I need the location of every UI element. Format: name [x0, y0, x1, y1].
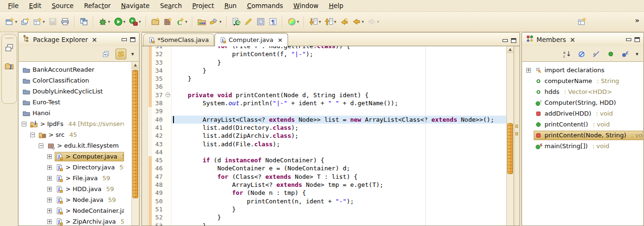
overview-ruler[interactable]: [514, 46, 519, 226]
code-text[interactable]: }: [172, 59, 506, 67]
code-line-34[interactable]: 34 }: [149, 67, 506, 75]
java-perspective-button[interactable]: J: [5, 61, 14, 72]
color-palette-dropdown-icon[interactable]: ▾: [297, 19, 299, 24]
new-view-wizard-button[interactable]: ▾: [32, 16, 47, 27]
debug-dropdown-icon[interactable]: ▾: [108, 19, 110, 24]
code-text[interactable]: }: [172, 222, 506, 226]
fold-collapse-icon[interactable]: −: [165, 92, 170, 97]
editor-tab-computerjava[interactable]: JComputer.java×: [215, 33, 288, 46]
last-edit-location-button[interactable]: [339, 16, 350, 27]
tree-item-body[interactable]: J> Node.java59: [55, 195, 124, 205]
code-line-35[interactable]: 35 }: [149, 75, 506, 83]
run-dropdown-icon[interactable]: ▾: [124, 19, 126, 24]
code-line-31[interactable]: 31 for (File f : hdd.get(File.class)) {: [149, 46, 506, 50]
member-item-body[interactable]: cComputer(String, HDD): [534, 98, 643, 108]
tree-expander-plus-icon[interactable]: +: [47, 198, 52, 202]
tree-item[interactable]: +J> Node.java59: [19, 194, 132, 205]
tree-item-body[interactable]: > edu.kit.filesystem: [46, 141, 124, 151]
member-item-body[interactable]: import declarations: [534, 66, 643, 75]
tree-expander-plus-icon[interactable]: +: [526, 68, 531, 73]
member-item[interactable]: printContent() : void: [522, 119, 643, 130]
code-text[interactable]: printContent(f, "|-");: [172, 50, 506, 58]
tree-item-body[interactable]: Hanoi: [22, 109, 124, 118]
tree-item[interactable]: −J> IpdFs44 [https://svnserver.i: [19, 118, 132, 129]
back-button[interactable]: ▾: [351, 16, 365, 27]
member-item[interactable]: +import declarations: [522, 65, 643, 75]
run-external-tools-button[interactable]: ▾: [128, 16, 142, 27]
menu-help[interactable]: Help: [324, 0, 349, 11]
forward-dropdown-icon[interactable]: ▾: [377, 19, 380, 24]
annotation-ruler[interactable]: [142, 46, 148, 226]
code-line-45[interactable]: 45 if (d instanceof NodeContainer) {: [149, 156, 506, 164]
menu-search[interactable]: Search: [155, 0, 187, 11]
tree-expander-plus-icon[interactable]: +: [47, 187, 52, 192]
member-item[interactable]: Smain(String[]) : void: [522, 141, 643, 151]
search-button[interactable]: ▾: [208, 16, 223, 27]
run-button[interactable]: ▾: [113, 16, 127, 27]
scrollbar-thumb[interactable]: [507, 123, 513, 174]
code-line-47[interactable]: 47 for (Class<? extends Node> T : list) …: [149, 173, 506, 181]
tree-item-body[interactable]: BankAccountReader: [22, 65, 124, 75]
tree-expander-plus-icon[interactable]: +: [47, 176, 52, 181]
code-text[interactable]: NodeContainer e = (NodeContainer) d;: [172, 164, 506, 172]
perspective-bar-handle[interactable]: [5, 37, 14, 39]
code-line-40[interactable]: 40 ArrayList<Class<? extends Node>> list…: [149, 116, 506, 124]
code-line-33[interactable]: 33 }: [149, 59, 506, 67]
code-text[interactable]: private void printContent(Node d, String…: [172, 91, 506, 99]
scrollbar-thumb[interactable]: [132, 70, 138, 198]
code-line-46[interactable]: 46 NodeContainer e = (NodeContainer) d;: [149, 164, 506, 172]
code-text[interactable]: }: [172, 213, 506, 221]
package-explorer-scrollbar[interactable]: ▲: [132, 62, 139, 226]
code-line-39[interactable]: 39: [149, 107, 506, 115]
tree-item[interactable]: −> src45: [19, 129, 132, 140]
editor-scrollbar[interactable]: ▲: [506, 46, 514, 226]
code-text[interactable]: }: [172, 205, 506, 213]
new-view-shortcut-button[interactable]: [578, 17, 586, 27]
next-annotation-dropdown-icon[interactable]: ▾: [319, 19, 321, 24]
menu-file[interactable]: File: [3, 0, 24, 11]
code-editor[interactable]: 31 for (File f : hdd.get(File.class)) {3…: [142, 46, 519, 226]
menu-edit[interactable]: Edit: [24, 0, 47, 11]
member-item[interactable]: printContent(Node, String) : void: [522, 130, 643, 141]
code-text[interactable]: printContent(n, ident + "-");: [172, 197, 506, 205]
code-text[interactable]: [172, 83, 506, 91]
new-window-button[interactable]: [78, 16, 90, 27]
member-item[interactable]: hdds : Vector<HDD>: [522, 86, 643, 97]
member-item-body[interactable]: computerName : String: [534, 76, 643, 86]
new-java-class-dropdown-icon[interactable]: ▾: [185, 19, 188, 24]
new-java-package-button[interactable]: [162, 16, 173, 27]
view-menu-button[interactable]: ▾: [635, 51, 639, 57]
member-item[interactable]: computerName : String: [522, 75, 643, 86]
scroll-up-button[interactable]: ▲: [132, 62, 139, 68]
code-line-44[interactable]: 44: [149, 148, 506, 156]
maximize-button[interactable]: [635, 37, 640, 42]
code-line-36[interactable]: 36: [149, 83, 506, 91]
tree-item[interactable]: +J> Directory.java59: [19, 162, 132, 173]
members-view-tab[interactable]: Members ×: [522, 35, 580, 44]
show-source-button[interactable]: [255, 16, 266, 27]
next-annotation-button[interactable]: ▾: [308, 16, 322, 27]
print-button[interactable]: [59, 16, 71, 27]
code-line-42[interactable]: 42 list.add(ZipArchiv.class);: [149, 132, 506, 140]
editor-tab-someclassjava[interactable]: J*SomeClass.java: [143, 33, 214, 46]
new-view-wizard-dropdown-icon[interactable]: ▾: [43, 19, 45, 24]
new-java-project-button[interactable]: [150, 16, 161, 27]
member-item[interactable]: addDrive(HDD) : void: [522, 108, 643, 119]
member-item-body[interactable]: printContent(Node, String) : void: [534, 131, 643, 140]
new-project-wizard-button[interactable]: [20, 16, 31, 27]
search-dropdown-icon[interactable]: ▾: [219, 19, 222, 24]
tree-item-body[interactable]: ColorClassification: [22, 76, 124, 85]
close-tab-icon[interactable]: ×: [278, 36, 283, 43]
tree-expander-minus-icon[interactable]: −: [30, 133, 35, 137]
tree-item-body[interactable]: J> ZipArchiv.java59: [55, 217, 124, 226]
overview-marker[interactable]: [515, 132, 518, 135]
sort-button[interactable]: az: [561, 49, 572, 59]
code-text[interactable]: if (d instanceof NodeContainer) {: [172, 156, 506, 164]
code-line-50[interactable]: 50 printContent(n, ident + "-");: [149, 197, 506, 205]
tree-expander-plus-icon[interactable]: +: [47, 219, 52, 224]
menu-navigate[interactable]: Navigate: [116, 0, 155, 11]
maximize-button[interactable]: [130, 37, 135, 42]
hide-static-button[interactable]: s: [591, 49, 602, 59]
code-line-43[interactable]: 43 list.add(File.class);: [149, 140, 506, 148]
member-item-body[interactable]: hdds : Vector<HDD>: [534, 87, 643, 97]
